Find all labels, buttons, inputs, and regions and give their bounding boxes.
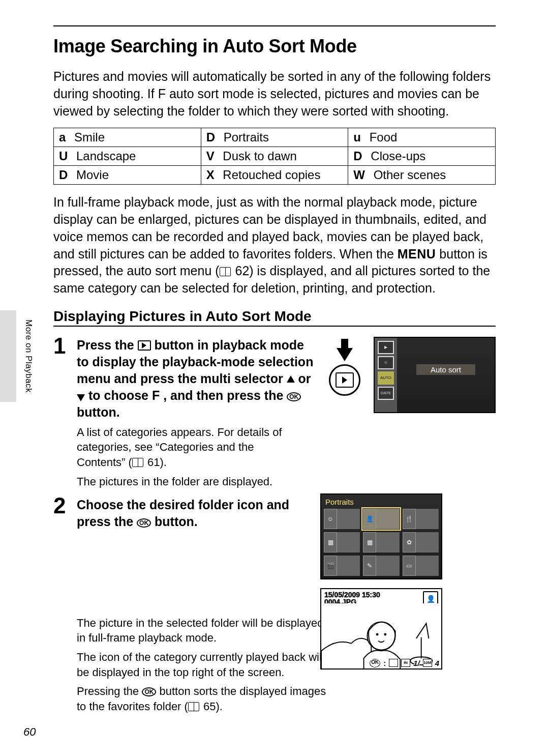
text-fragment: Pressing the <box>77 685 142 697</box>
category-symbol: U <box>59 149 68 163</box>
category-label: Portraits <box>220 130 269 144</box>
category-cell: D Movie <box>54 166 201 185</box>
page-ref: 62 <box>232 264 250 278</box>
lcd-category-header: Portraits <box>323 497 439 508</box>
category-cell: X Retouched copies <box>201 166 348 185</box>
category-symbol: D <box>59 168 68 182</box>
lcd-mode-icon: ☺ <box>378 356 394 369</box>
category-label: Other scenes <box>370 168 446 182</box>
playback-button-illustration <box>322 339 368 396</box>
category-label: Retouched copies <box>220 168 321 182</box>
svg-point-3 <box>384 633 386 635</box>
lcd-screenshot-playback: 15/05/2009 15:30 0004.JPG 👤 <box>320 588 442 670</box>
category-cell: u Food <box>348 128 496 147</box>
step-number: 1 <box>53 335 77 357</box>
manual-ref-icon <box>220 267 231 276</box>
category-symbol: a <box>59 130 66 144</box>
category-cell: W Other scenes <box>348 166 496 185</box>
step-2-note-1: The picture in the selected folder will … <box>77 616 331 646</box>
step-2-note-3: Pressing the OK button sorts the display… <box>77 684 331 714</box>
lcd-screenshot-category-grid: Portraits ☺ 👤 🍴 ▦ ▦ ✿ 🎬 ✎ ▭ <box>320 493 442 579</box>
category-label: Movie <box>73 168 109 182</box>
menu-button-label: MENU <box>398 247 436 261</box>
down-arrow-icon <box>77 394 85 401</box>
up-arrow-icon <box>287 375 295 383</box>
lcd-total: 4 <box>435 659 439 667</box>
after-table-paragraph: In full-frame playback mode, just as wit… <box>53 194 496 297</box>
category-cell: D Close-ups <box>348 147 496 166</box>
lcd-screenshot-mode-menu: ▶ ☺ AUTO DATE Auto sort <box>374 337 496 413</box>
step-2: 2 Choose the desired folder icon and pre… <box>53 497 496 717</box>
text-fragment: button. <box>151 514 198 529</box>
lcd-mode-icon: ▶ <box>378 341 394 354</box>
lcd-counter: 1/ <box>413 659 420 667</box>
lcd-date: 15/05/2009 15:30 <box>324 591 380 599</box>
page-title: Image Searching in Auto Sort Mode <box>53 36 496 57</box>
page-ref: 61 <box>144 456 160 469</box>
intro-paragraph: Pictures and movies will automatically b… <box>53 68 496 120</box>
categories-table: a SmileD Portraitsu FoodU LandscapeV Dus… <box>53 128 496 185</box>
text-fragment: Press the <box>77 338 138 352</box>
text-fragment: to choose F , and then press the <box>85 388 287 402</box>
lcd-bottom-bar: OK : IN 1/ 10M 4 <box>323 659 439 667</box>
lcd-mode-icon-selected: AUTO <box>378 371 394 385</box>
text-fragment: button. <box>77 405 120 419</box>
step-2-note-2: The icon of the category currently playe… <box>77 650 331 680</box>
category-symbol: V <box>206 149 215 163</box>
category-label: Food <box>366 130 397 144</box>
step-2-instruction: Choose the desired folder icon and press… <box>77 497 316 530</box>
category-cell: D Portraits <box>201 128 348 147</box>
category-label: Close-ups <box>368 149 426 163</box>
step-1-note-2: The pictures in the folder are displayed… <box>77 474 496 489</box>
ok-button-icon: OK <box>287 392 301 401</box>
step-1-note: A list of categories appears. For detail… <box>77 425 290 470</box>
category-symbol: D <box>206 130 215 144</box>
lcd-ok-glyph: OK <box>370 659 380 667</box>
top-rule <box>53 25 496 26</box>
category-label: Smile <box>71 130 105 144</box>
category-symbol: X <box>206 168 215 182</box>
lcd-size-icon: 10M <box>423 659 432 667</box>
lcd-mode-icon: DATE <box>378 387 394 400</box>
svg-point-2 <box>376 633 379 635</box>
category-cell: U Landscape <box>54 147 201 166</box>
text-fragment: or <box>295 371 311 386</box>
ok-button-icon: OK <box>137 518 151 528</box>
step-1: 1 Press the button in playback mode to d… <box>53 337 496 492</box>
subsection-title: Displaying Pictures in Auto Sort Mode <box>53 308 496 325</box>
category-cell: a Smile <box>54 128 201 147</box>
category-symbol: W <box>353 168 365 182</box>
lcd-in-icon: IN <box>401 659 410 667</box>
category-label: Dusk to dawn <box>220 149 297 163</box>
lcd-mode-label: Auto sort <box>416 364 475 375</box>
category-symbol: u <box>353 130 361 144</box>
ok-button-icon: OK <box>142 687 156 696</box>
manual-ref-icon <box>132 458 143 467</box>
manual-ref-icon <box>188 702 199 711</box>
step-1-instruction: Press the button in playback mode to dis… <box>77 337 316 421</box>
category-symbol: D <box>353 149 362 163</box>
page-ref: 65 <box>200 700 216 713</box>
text-fragment: A list of categories appears. For detail… <box>77 426 282 469</box>
manual-page: Image Searching in Auto Sort Mode Pictur… <box>0 0 549 756</box>
subsection-rule <box>53 326 496 327</box>
category-cell: V Dusk to dawn <box>201 147 348 166</box>
step-number: 2 <box>53 495 77 517</box>
lcd-fav-icon <box>389 659 398 667</box>
playback-button-icon <box>138 340 151 351</box>
text-fragment: ). <box>216 700 222 713</box>
category-label: Landscape <box>73 149 136 163</box>
text-fragment: ). <box>160 456 166 469</box>
